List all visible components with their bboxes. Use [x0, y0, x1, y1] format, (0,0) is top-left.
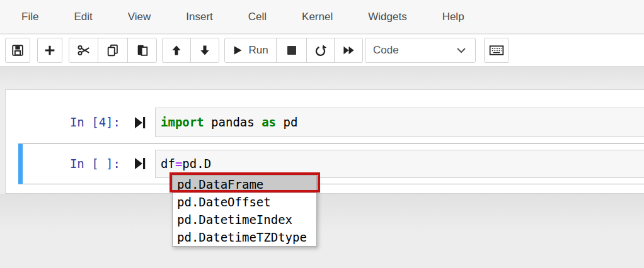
code-token: as — [262, 115, 276, 129]
chevron-down-icon — [456, 44, 466, 57]
save-icon — [11, 43, 25, 57]
completion-item-dateoffset[interactable]: pd.DateOffset — [173, 193, 316, 211]
code-token: pd — [276, 115, 297, 129]
toolbar: Run Code — [0, 35, 644, 67]
cell-type-select[interactable]: Code — [365, 38, 476, 63]
scissors-icon — [77, 43, 91, 57]
restart-kernel-button[interactable] — [306, 38, 335, 63]
stop-icon — [285, 44, 298, 57]
notebook-bottom-shadow — [0, 194, 644, 232]
menu-file[interactable]: File — [21, 11, 38, 23]
menu-kernel[interactable]: Kernel — [302, 11, 333, 23]
run-button[interactable]: Run — [224, 38, 277, 63]
fast-forward-icon — [342, 45, 355, 56]
header-shadow-band — [0, 67, 644, 89]
keyboard-icon — [489, 45, 504, 56]
code-token: pandas — [204, 115, 262, 129]
run-cell-marker-icon[interactable] — [135, 116, 146, 131]
arrow-up-icon — [170, 44, 183, 57]
menu-help[interactable]: Help — [442, 11, 464, 23]
run-button-group: Run — [224, 38, 363, 63]
code-token: pd.D — [182, 157, 211, 170]
menu-edit[interactable]: Edit — [74, 11, 92, 23]
copy-icon — [106, 43, 120, 57]
add-cell-button[interactable] — [37, 38, 62, 63]
notebook-container: In [4]: import pandas as pd In [ ]: df=p… — [5, 89, 644, 194]
code-cell-1-editor[interactable]: import pandas as pd — [155, 108, 644, 137]
code-cell-2-editor[interactable]: df=pd.D — [155, 150, 644, 178]
menu-cell[interactable]: Cell — [248, 11, 267, 23]
arrow-down-icon — [198, 44, 211, 57]
menu-view[interactable]: View — [128, 11, 151, 23]
cut-button[interactable] — [69, 38, 98, 63]
code-token: = — [175, 157, 182, 170]
plus-icon — [43, 43, 57, 57]
command-palette-button[interactable] — [484, 38, 509, 63]
restart-icon — [314, 44, 327, 57]
paste-icon — [135, 43, 149, 57]
restart-run-all-button[interactable] — [334, 38, 363, 63]
code-token: df — [161, 157, 175, 170]
paste-button[interactable] — [127, 38, 157, 63]
completion-item-datetimetzdtype[interactable]: pd.DatetimeTZDtype — [173, 228, 316, 246]
autocomplete-dropdown: pd.DataFrame pd.DateOffset pd.DatetimeIn… — [172, 175, 317, 247]
completion-item-datetimeindex[interactable]: pd.DatetimeIndex — [173, 211, 316, 228]
edit-button-group — [69, 38, 157, 63]
run-cell-marker-icon[interactable] — [135, 157, 146, 172]
code-token: import — [161, 115, 204, 129]
move-button-group — [162, 38, 219, 63]
completion-item-dataframe[interactable]: pd.DataFrame — [173, 176, 316, 193]
menu-widgets[interactable]: Widgets — [368, 11, 406, 23]
run-button-label: Run — [248, 44, 268, 57]
copy-button[interactable] — [98, 38, 128, 63]
play-icon — [233, 45, 243, 56]
cell-type-value: Code — [373, 44, 399, 57]
save-button[interactable] — [5, 38, 30, 63]
interrupt-kernel-button[interactable] — [276, 38, 307, 63]
move-cell-up-button[interactable] — [162, 38, 191, 63]
input-prompt-cell-2: In [ ]: — [6, 157, 120, 170]
move-cell-down-button[interactable] — [190, 38, 219, 63]
input-prompt-cell-1: In [4]: — [6, 115, 120, 129]
menu-insert[interactable]: Insert — [186, 11, 213, 23]
menubar: File Edit View Insert Cell Kernel Widget… — [0, 0, 644, 34]
